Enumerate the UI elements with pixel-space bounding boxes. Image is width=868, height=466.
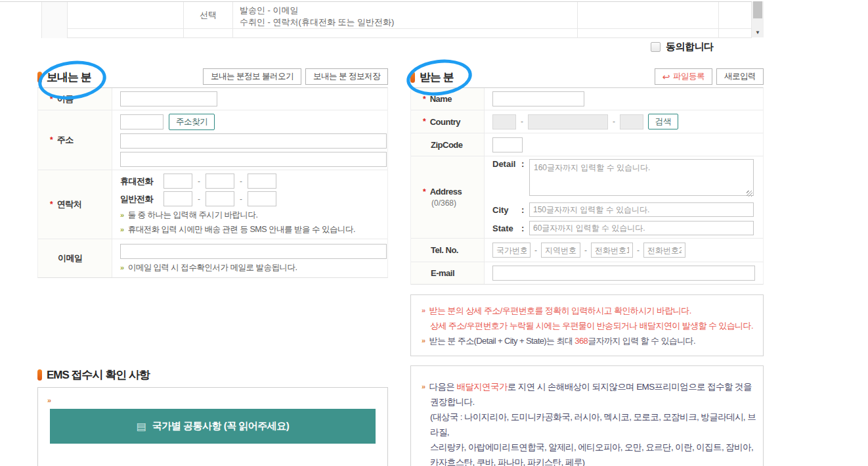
sender-email-note-text: 이메일 입력 시 접수확인서가 메일로 발송됩니다. [128,262,297,273]
receiver-country-label-cell: * Country [411,110,485,133]
agree-row: 동의합니다 [651,41,714,53]
sender-address1-input[interactable] [120,133,387,149]
sender-form-table: * 이름 * 주소 주소찾기 * [37,87,388,278]
ems-bullet-icon [37,369,42,381]
option-table-col-options: 발송인 - 이메일 수취인 - 연락처(휴대전화 또는 일반전화) [233,2,578,38]
scrollbar-thumb[interactable] [753,1,762,18]
sender-email-cell: » 이메일 입력 시 접수확인서가 메일로 발송됩니다. [112,239,387,277]
receiver-form-table: * Name * Country - - 검색 [410,87,764,285]
option-table: 선택 발송인 - 이메일 수취인 - 연락처(휴대전화 또는 일반전화) [0,1,752,38]
sender-contact-row: * 연락처 휴대전화 - - 일반전화 - - [38,170,387,239]
sender-address-label-cell: * 주소 [38,110,112,170]
receiver-city-input[interactable] [529,202,754,217]
dash-separator: - [521,117,523,126]
sender-zipcode-input[interactable] [120,114,163,129]
receiver-address-counter: (0/368) [431,198,456,208]
receiver-country-name-input[interactable] [528,114,608,129]
receiver-tel-label-cell: Tel. No. [411,239,485,262]
notice-p2-line1: (대상국 : 나이지리아, 도미니카공화국, 러시아, 멕시코, 모로코, 모잠… [422,409,756,440]
sender-address-row: * 주소 주소찾기 [38,110,387,170]
receiver-email-input[interactable] [492,266,755,281]
receiver-tel-cell: - - - [485,239,763,262]
sender-mobile-part1-input[interactable] [163,174,192,189]
sender-phone-part2-input[interactable] [206,191,234,206]
notice-p1-line2: 권장합니다. [422,394,756,409]
receiver-email-label: E-mail [431,268,454,278]
agree-checkbox[interactable] [651,42,661,52]
sender-email-input[interactable] [120,244,387,259]
receiver-new-entry-button[interactable]: 새로입력 [716,68,764,85]
receiver-country-search-button[interactable]: 검색 [648,114,678,129]
scrollbar-down-button[interactable]: ▼ [752,27,764,37]
sender-mobile-part3-input[interactable] [248,174,276,189]
sender-name-input[interactable] [120,91,217,106]
sender-mobile-label: 휴대전화 [120,175,158,187]
option-table-col-select: 선택 [184,2,233,38]
note-arrow-icon: » [47,393,51,408]
dash-separator: - [534,246,537,255]
select-cell: 선택 [184,2,232,29]
receiver-state-input[interactable] [529,221,754,235]
option-table-col-empty3 [578,2,719,38]
agree-label: 동의합니다 [666,41,714,53]
sender-save-info-button[interactable]: 보내는 분 정보저장 [305,68,388,85]
option-table-col-empty1 [41,2,68,38]
receiver-country-code-input[interactable] [492,114,516,129]
sender-load-info-button[interactable]: 보내는 분정보 불러오기 [203,68,301,85]
table-scrollbar[interactable]: ▼ [752,1,764,37]
ems-check-title: EMS 접수시 확인 사항 [47,367,150,383]
delay-country-keyword: 배달지연국가 [456,382,507,392]
sender-zip-search-button[interactable]: 주소찾기 [169,114,215,130]
sender-email-row: 이메일 » 이메일 입력 시 접수확인서가 메일로 발송됩니다. [38,239,387,277]
receiver-zipcode-label: ZipCode [431,140,463,150]
receiver-detail-textarea[interactable] [529,159,754,196]
sender-contact-note2-text: 휴대전화 입력 시에만 배송 관련 등 SMS 안내를 받을 수 있습니다. [128,223,355,235]
sender-contact-note1-text: 둘 중 하나는 입력해 주시기 바랍니다. [128,209,258,221]
dash-separator: - [198,177,200,186]
receiver-zipcode-input[interactable] [492,137,523,152]
receiver-tel-area-input[interactable] [541,243,580,258]
receiver-detail-label: Detail [492,159,519,169]
warning-max-count: 368 [575,336,588,346]
dash-separator: - [240,195,242,204]
receiver-tel-num1-input[interactable] [591,243,633,258]
receiver-tel-country-input[interactable] [492,243,531,258]
receiver-name-input[interactable] [492,91,584,106]
receiver-zipcode-row: ZipCode [411,133,763,156]
delay-country-notice-box: » 다음은 배달지연국가로 지연 시 손해배상이 되지않으며 EMS프리미엄으로… [410,365,764,466]
receiver-tel-num2-input[interactable] [643,243,685,258]
option-table-col-empty2 [68,2,184,38]
required-asterisk: * [50,135,53,145]
warning-line3: » 받는 분 주소(Detail + City + State)는 최대 368… [422,333,756,348]
sender-phone-part1-input[interactable] [163,191,192,206]
sender-address-label: 주소 [57,134,74,146]
receiver-country-label: Country [430,117,460,127]
ems-check-box: » ▤ 국가별 공통사항 (꼭 읽어주세요) [37,387,388,466]
receiver-email-label-cell: E-mail [411,262,485,284]
receiver-tel-row: Tel. No. - - - [411,239,763,262]
sender-address2-input[interactable] [120,152,387,167]
ems-check-header: EMS 접수시 확인 사항 [37,365,388,384]
sender-contact-label: 연락처 [57,198,82,210]
country-common-banner[interactable]: ▤ 국가별 공통사항 (꼭 읽어주세요) [50,409,376,444]
dash-separator: - [198,195,200,204]
receiver-file-upload-button[interactable]: ↩ 파일등록 [655,68,712,85]
notice-p2-line3: 카자흐스탄, 쿠바, 파나마, 파키스탄, 페루) [422,455,756,466]
warning-line2-text: 상세 주소/우편번호가 누락될 시에는 우편물이 반송되거나 배달지연이 발생할… [430,318,753,333]
sender-contact-cell: 휴대전화 - - 일반전화 - - » 둘 중 하나는 [112,170,387,239]
required-asterisk: * [423,95,426,104]
receiver-warning-box: » 받는 분의 상세 주소/우편번호를 정확히 입력하시고 확인하시기 바랍니다… [410,294,764,356]
note-arrow-icon: » [120,223,124,235]
receiver-file-upload-label: 파일등록 [673,71,705,82]
receiver-country-cell: - - 검색 [485,110,763,133]
sender-contact-note2: » 휴대전화 입력 시에만 배송 관련 등 SMS 안내를 받을 수 있습니다. [120,223,387,235]
dash-separator: - [240,177,242,186]
sender-phone-part3-input[interactable] [248,191,276,206]
sender-mobile-part2-input[interactable] [206,174,234,189]
sender-contact-label-cell: * 연락처 [38,170,112,239]
receiver-name-row: * Name [411,88,763,110]
option-table-grid: 선택 발송인 - 이메일 수취인 - 연락처(휴대전화 또는 일반전화) [41,2,752,38]
receiver-zipcode-cell [485,133,763,156]
receiver-header-buttons: ↩ 파일등록 새로입력 [655,68,764,85]
receiver-country-num-input[interactable] [620,114,643,129]
